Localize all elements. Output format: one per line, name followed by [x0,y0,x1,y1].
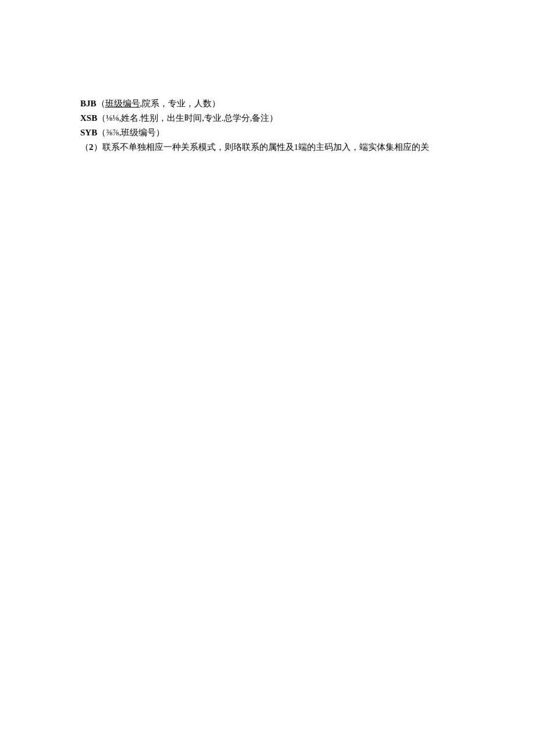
schema-rest-3: （⅜⅞,班级编号） [97,128,165,137]
underlined-key: 班级编号 [105,99,140,108]
schema-rest-2: （⅛⅛,姓名.性别，出生时间,专业.总学分,备注） [97,113,278,123]
schema-label-bjb: BJB [80,99,97,108]
schema-rest-1: ,院系，专业，人数） [140,99,221,108]
document-content: BJB（班级编号,院系，专业，人数） XSB（⅛⅛,姓名.性别，出生时间,专业.… [80,96,477,155]
schema-label-syb: SYB [80,128,97,137]
schema-label-xsb: XSB [80,113,97,123]
paren-open: （ [97,99,105,108]
text-line-4: （2）联系不单独相应一种关系模式，则珞联系的属性及1端的主码加入，端实体集相应的… [80,140,477,155]
item-number: 2 [89,142,94,152]
paragraph-text: ）联系不单独相应一种关系模式，则珞联系的属性及1端的主码加入，端实体集相应的关 [94,142,430,152]
text-line-3: SYB（⅜⅞,班级编号） [80,126,477,140]
text-line-1: BJB（班级编号,院系，专业，人数） [80,96,477,111]
paren-prefix: （ [80,142,89,152]
text-line-2: XSB（⅛⅛,姓名.性别，出生时间,专业.总学分,备注） [80,111,477,126]
